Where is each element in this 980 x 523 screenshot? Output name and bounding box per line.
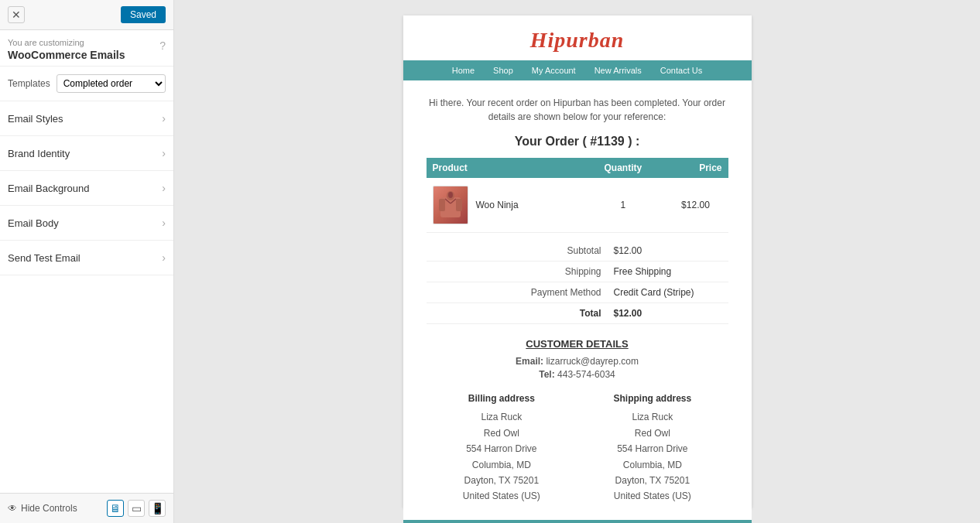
chevron-right-icon: › (162, 182, 166, 194)
nav-home[interactable]: Home (443, 60, 484, 80)
customer-details: CUSTOMER DETAILS Email: lizarruck@dayrep… (427, 338, 728, 380)
shipping-row: Shipping Free Shipping (427, 262, 728, 282)
table-row: Woo Ninja 1 $12.00 (427, 178, 728, 233)
tablet-view-icon[interactable]: ▭ (128, 500, 145, 517)
product-name: Woo Ninja (476, 200, 519, 210)
shipping-value: Free Shipping (608, 262, 728, 282)
customizing-section: You are customizing WooCommerce Emails ? (0, 30, 173, 67)
eye-icon: 👁 (8, 503, 17, 514)
total-value: $12.00 (608, 303, 728, 324)
order-title: Your Order ( #1139 ) : (427, 135, 728, 149)
subtotal-row: Subtotal $12.00 (427, 241, 728, 262)
address-section: Billing address Liza Ruck Red Owl 554 Ha… (427, 391, 728, 504)
view-icons: 🖥 ▭ 📱 (107, 500, 166, 517)
customizing-label: You are customizing (8, 38, 125, 47)
product-cell: Woo Ninja (427, 178, 584, 233)
shipping-label: Shipping (427, 262, 608, 282)
product-price: $12.00 (663, 178, 728, 233)
total-label: Total (427, 303, 608, 324)
product-qty: 1 (583, 178, 663, 233)
panel-items: Email Styles › Brand Identity › Email Ba… (0, 101, 173, 275)
help-icon[interactable]: ? (159, 39, 166, 52)
email-nav: Home Shop My Account New Arrivals Contac… (403, 60, 752, 80)
payment-row: Payment Method Credit Card (Stripe) (427, 282, 728, 303)
total-row: Total $12.00 (427, 303, 728, 324)
customer-details-title: CUSTOMER DETAILS (427, 338, 728, 350)
desktop-view-icon[interactable]: 🖥 (107, 500, 124, 517)
templates-label: Templates (8, 78, 50, 89)
payment-value: Credit Card (Stripe) (608, 282, 728, 303)
totals-table: Subtotal $12.00 Shipping Free Shipping P… (427, 241, 728, 324)
panel-item-email-background[interactable]: Email Background › (0, 171, 173, 206)
close-button[interactable]: ✕ (8, 6, 25, 23)
hide-controls-button[interactable]: 👁 Hide Controls (8, 503, 77, 514)
saved-button[interactable]: Saved (121, 6, 166, 23)
chevron-right-icon: › (162, 217, 166, 229)
panel-item-brand-identity[interactable]: Brand Identity › (0, 136, 173, 171)
brand-logo: Hipurban (403, 28, 752, 53)
billing-address: Billing address Liza Ruck Red Owl 554 Ha… (463, 391, 540, 504)
customer-tel: Tel: 443-574-6034 (427, 369, 728, 380)
col-price: Price (663, 158, 728, 178)
col-quantity: Quantity (583, 158, 663, 178)
chevron-right-icon: › (162, 147, 166, 159)
intro-text: Hi there. Your recent order on Hipurban … (427, 96, 728, 124)
svg-rect-2 (456, 199, 462, 211)
product-image (433, 186, 468, 224)
email-header: Hipurban (403, 15, 752, 60)
customizing-title: WooCommerce Emails (8, 49, 125, 61)
email-footer: 🐦 f 📷 (403, 520, 752, 523)
svg-point-4 (448, 192, 453, 198)
email-preview: Hipurban Home Shop My Account New Arriva… (403, 15, 752, 508)
nav-shop[interactable]: Shop (484, 60, 523, 80)
nav-my-account[interactable]: My Account (523, 60, 585, 80)
panel-item-email-styles[interactable]: Email Styles › (0, 101, 173, 136)
customer-email: Email: lizarruck@dayrep.com (427, 356, 728, 367)
right-panel: Hipurban Home Shop My Account New Arriva… (174, 0, 980, 523)
panel-item-email-body[interactable]: Email Body › (0, 206, 173, 241)
email-body: Hi there. Your recent order on Hipurban … (403, 80, 752, 520)
order-table: Product Quantity Price (427, 158, 728, 233)
panel-item-send-test-email[interactable]: Send Test Email › (0, 241, 173, 275)
chevron-right-icon: › (162, 251, 166, 264)
svg-rect-1 (439, 199, 445, 211)
mobile-view-icon[interactable]: 📱 (149, 500, 166, 517)
col-product: Product (427, 158, 584, 178)
shipping-address: Shipping address Liza Ruck Red Owl 554 H… (613, 391, 691, 504)
templates-select[interactable]: Completed order (57, 74, 166, 93)
subtotal-value: $12.00 (608, 241, 728, 262)
bottom-bar: 👁 Hide Controls 🖥 ▭ 📱 (0, 493, 173, 523)
panel-header: ✕ Saved (0, 0, 173, 30)
chevron-right-icon: › (162, 112, 166, 125)
nav-new-arrivals[interactable]: New Arrivals (585, 60, 651, 80)
subtotal-label: Subtotal (427, 241, 608, 262)
nav-contact-us[interactable]: Contact Us (651, 60, 711, 80)
left-panel: ✕ Saved You are customizing WooCommerce … (0, 0, 174, 523)
templates-row: Templates Completed order (0, 67, 173, 101)
payment-label: Payment Method (427, 282, 608, 303)
